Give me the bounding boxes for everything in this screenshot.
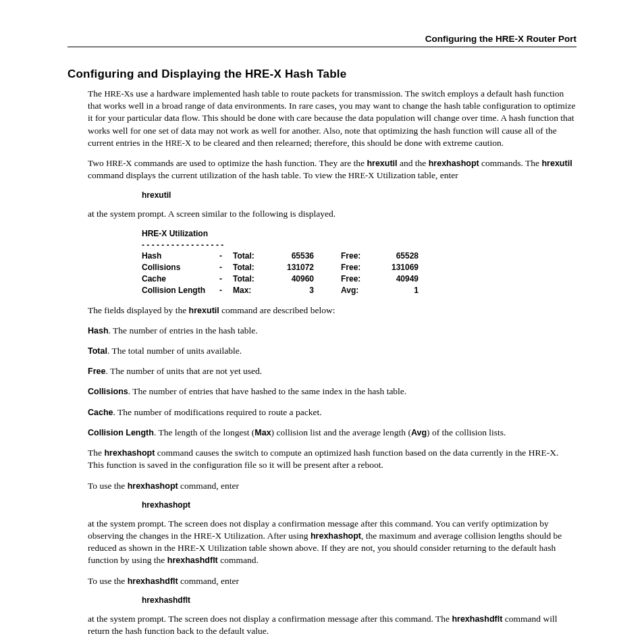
table-row: Collision Length-Max:3Avg:1 [142, 286, 419, 295]
field-description: Cache. The number of modifications requi… [88, 406, 576, 419]
text: command, enter [178, 576, 239, 586]
text: HRE-X [165, 138, 191, 148]
field-name: Cache [88, 408, 113, 417]
table-row: Collisions-Total:131072Free:131069 [142, 263, 419, 272]
command: hrexutil [142, 190, 576, 200]
table-row: Hash-Total:65536Free:65528 [142, 251, 419, 261]
command-name: hrexhashdflt [167, 556, 218, 565]
text: . The length of the longest ( [154, 427, 254, 437]
text: command. [218, 555, 259, 565]
command-name: hrexhashopt [429, 159, 479, 168]
text: command are described below: [219, 305, 336, 315]
command: hrexhashdflt [142, 595, 576, 605]
table-row: Cache-Total:40960Free:40949 [142, 274, 419, 284]
text: To use the [88, 576, 128, 586]
text: The [88, 88, 104, 99]
text: The [88, 448, 104, 458]
command-name: hrexhashdflt [128, 576, 178, 586]
field-description: Free. The number of units that are not y… [88, 365, 576, 377]
paragraph: The HRE-Xs use a hardware implemented ha… [88, 88, 576, 149]
paragraph: at the system prompt. The screen does no… [88, 518, 576, 567]
table-title: HRE-X Utilization [142, 229, 208, 238]
field-name: Max [254, 428, 271, 437]
text: . The number of entries in the hash tabl… [109, 325, 258, 336]
paragraph: The hrexhashopt command causes the switc… [88, 447, 576, 471]
section-title: Configuring and Displaying the HRE-X Has… [68, 68, 576, 81]
running-header: Configuring the HRE-X Router Port [68, 34, 576, 47]
text: HRE-X [104, 89, 130, 99]
text: . The number of modifications required t… [113, 407, 322, 417]
field-name: Total [88, 346, 107, 356]
field-name: Free [88, 367, 105, 376]
command: hrexhashopt [142, 500, 576, 510]
command-name: hrexutil [541, 159, 572, 168]
text: command displays the current utilization… [88, 170, 348, 180]
text: The fields displayed by the [88, 305, 189, 315]
text: command causes the switch to compute an … [88, 448, 558, 470]
field-name: Avg [411, 428, 427, 437]
paragraph: To use the hrexhashdflt command, enter [88, 575, 576, 587]
text: ) collision list and the average length … [271, 427, 411, 437]
text: . The number of units that are not yet u… [105, 366, 262, 376]
command-name: hrexutil [367, 159, 397, 168]
paragraph: To use the hrexhashopt command, enter [88, 480, 576, 492]
command-name: hrexhashopt [311, 531, 361, 541]
text: . The number of entries that have hashed… [128, 386, 407, 396]
text: to be cleared and then relearned; theref… [191, 138, 504, 148]
field-name: Collision Length [88, 428, 154, 437]
page: Configuring the HRE-X Router Port Config… [0, 0, 644, 644]
paragraph: Two HRE-X commands are used to optimize … [88, 157, 576, 182]
command-name: hrexhashopt [104, 448, 155, 458]
field-name: Hash [88, 326, 109, 336]
text: and the [398, 158, 429, 168]
field-name: Collisions [88, 387, 128, 396]
text: commands. The [479, 158, 542, 168]
separator: - - - - - - - - - - - - - - - - - [142, 240, 223, 250]
text: HRE-X [106, 159, 132, 168]
text: ) of the collision lists. [427, 427, 506, 437]
text: To use the [88, 481, 128, 491]
text: at the system prompt. The screen does no… [88, 614, 452, 624]
text: command, enter [178, 481, 239, 491]
paragraph: at the system prompt. A screen similar t… [88, 208, 576, 220]
command-name: hrexhashopt [128, 481, 178, 491]
field-description: Collisions. The number of entries that h… [88, 385, 576, 398]
text: . The total number of units available. [107, 346, 242, 356]
command-name: hrexutil [189, 306, 219, 315]
text: Two [88, 158, 106, 168]
field-description: Hash. The number of entries in the hash … [88, 325, 576, 337]
text: Utilization table, enter [374, 170, 458, 180]
paragraph: at the system prompt. The screen does no… [88, 613, 576, 637]
text: commands are used to optimize the hash f… [132, 158, 367, 168]
field-description: Collision Length. The length of the long… [88, 427, 576, 439]
field-description: Total. The total number of units availab… [88, 345, 576, 357]
text: HRE-X [348, 171, 374, 180]
output-block: HRE-X Utilization - - - - - - - - - - - … [142, 228, 576, 296]
command-name: hrexhashdflt [452, 614, 502, 624]
paragraph: The fields displayed by the hrexutil com… [88, 304, 576, 317]
